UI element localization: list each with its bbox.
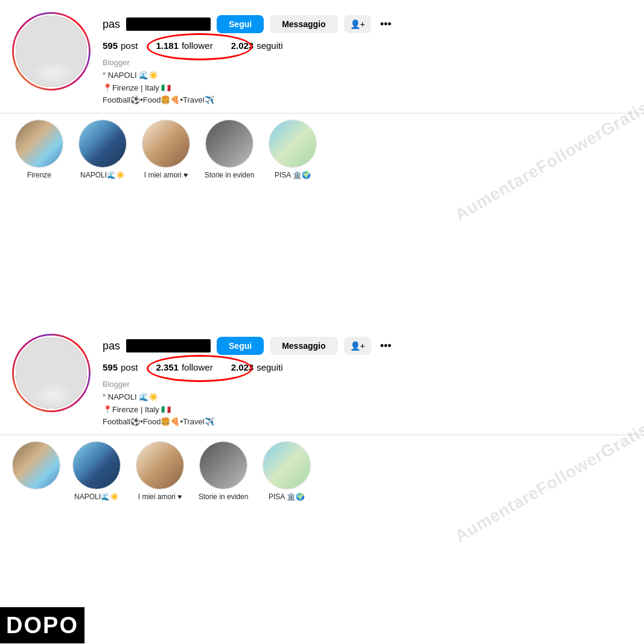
story-circle-amori-dopo (136, 441, 184, 489)
bio-line2-dopo: 📍Firenze | Italy 🇮🇹 (103, 404, 632, 416)
story-circle-storie-dopo (199, 441, 247, 489)
story-thumb-pisa-prima (269, 120, 316, 167)
story-pisa-dopo[interactable]: PISA 🏛️🌍 (260, 441, 314, 501)
dopo-badge: DOPO (0, 607, 84, 643)
story-circle-napoli-prima (78, 120, 127, 168)
stats-row-dopo: 595 post 2.351 follower 2.023 seguiti (103, 362, 632, 372)
avatar-inner-prima (14, 14, 89, 89)
stat-seguiti-dopo: 2.023 seguiti (231, 362, 283, 372)
avatar-photo-prima (16, 16, 87, 87)
avatar-photo-dopo (16, 337, 87, 409)
story-label-amori-dopo: I miei amori ♥ (138, 493, 182, 501)
story-circle-pisa-dopo (263, 441, 311, 489)
story-circle-napoli-dopo (72, 441, 121, 489)
panel-dopo: AumentareFollowerGratis pas Segui Messag… (0, 322, 644, 643)
stat-posts-dopo: 595 post (103, 362, 138, 372)
story-thumb-storie-dopo (200, 442, 247, 489)
stat-followers-dopo: 2.351 follower (156, 362, 212, 372)
story-thumb-amori-prima (142, 120, 190, 167)
story-label-pisa-prima: PISA 🏛️🌍 (275, 171, 311, 179)
bio-line3-prima: Football⚽•Food🍔🍕•Travel✈️ (103, 94, 632, 107)
story-napoli-dopo[interactable]: NAPOLI🌊☀️ (69, 441, 124, 501)
bio-role-dopo: Blogger (103, 378, 632, 391)
more-button-dopo[interactable]: ••• (377, 340, 395, 352)
messaggio-button-prima[interactable]: Messaggio (270, 15, 337, 33)
story-firenze[interactable]: Firenze (12, 120, 66, 179)
story-storie-prima[interactable]: Storie in eviden (202, 120, 257, 179)
story-napoli-prima[interactable]: NAPOLI🌊☀️ (75, 120, 130, 179)
followers-label-dopo: follower (182, 362, 213, 372)
story-thumb-firenze-dopo (13, 442, 60, 489)
story-storie-dopo[interactable]: Storie in eviden (196, 441, 250, 501)
story-circle-storie-prima (205, 120, 253, 168)
story-circle-firenze-dopo (12, 441, 60, 489)
bio-role-prima: Blogger (103, 57, 632, 69)
profile-header-dopo: pas Segui Messaggio 👤+ ••• 595 post 2.35… (0, 322, 644, 435)
stats-row-prima: 595 post 1.181 follower 2.023 seguiti (103, 40, 632, 51)
story-label-napoli-prima: NAPOLI🌊☀️ (80, 171, 125, 179)
dopo-text: DOPO (6, 613, 78, 639)
bio-dopo: Blogger ° NAPOLI 🌊☀️ 📍Firenze | Italy 🇮🇹… (103, 378, 632, 429)
more-button-prima[interactable]: ••• (377, 18, 395, 31)
story-label-storie-prima: Storie in eviden (205, 171, 255, 179)
story-pisa-prima[interactable]: PISA 🏛️🌍 (266, 120, 320, 179)
story-label-pisa-dopo: PISA 🏛️🌍 (269, 493, 305, 501)
story-thumb-firenze (16, 120, 63, 167)
add-button-dopo[interactable]: 👤+ (344, 337, 371, 355)
profile-info-dopo: pas Segui Messaggio 👤+ ••• 595 post 2.35… (103, 334, 632, 429)
stories-row-prima: Firenze NAPOLI🌊☀️ I miei amori ♥ Storie … (0, 113, 644, 185)
segui-button-dopo[interactable]: Segui (217, 337, 264, 355)
seguiti-count-prima: 2.023 (231, 40, 254, 51)
profile-header-prima: pas Segui Messaggio 👤+ ••• 595 post 1.18… (0, 0, 644, 113)
story-thumb-storie-prima (206, 120, 253, 167)
avatar-inner-dopo (14, 336, 89, 410)
bio-line1-dopo: ° NAPOLI 🌊☀️ (103, 391, 632, 404)
bio-prima: Blogger ° NAPOLI 🌊☀️ 📍Firenze | Italy 🇮🇹… (103, 57, 632, 107)
username-redacted-prima (126, 18, 211, 31)
profile-info-prima: pas Segui Messaggio 👤+ ••• 595 post 1.18… (103, 12, 632, 107)
seguiti-label-dopo: seguiti (257, 362, 282, 372)
story-thumb-napoli-dopo (73, 442, 120, 489)
story-thumb-amori-dopo (136, 442, 183, 489)
avatar-wrapper-prima[interactable] (12, 12, 91, 91)
story-label-storie-dopo: Storie in eviden (199, 493, 249, 501)
username-row-prima: pas Segui Messaggio 👤+ ••• (103, 15, 632, 33)
story-thumb-napoli-prima (79, 120, 126, 167)
posts-label-prima: post (121, 40, 138, 51)
story-amori-dopo[interactable]: I miei amori ♥ (133, 441, 187, 501)
bio-line3-dopo: Football⚽•Food🍔🍕•Travel✈️ (103, 416, 632, 429)
story-label-firenze: Firenze (27, 171, 51, 179)
add-icon-dopo: 👤+ (350, 341, 365, 351)
story-circle-amori-prima (142, 120, 190, 168)
followers-label-prima: follower (182, 40, 213, 51)
bio-line2-prima: 📍Firenze | Italy 🇮🇹 (103, 82, 632, 95)
posts-count-dopo: 595 (103, 362, 118, 372)
story-circle-firenze (15, 120, 63, 168)
add-icon-prima: 👤+ (350, 19, 365, 29)
followers-count-dopo: 2.351 (156, 362, 179, 372)
stat-posts-prima: 595 post (103, 40, 138, 51)
posts-count-prima: 595 (103, 40, 118, 51)
bio-line1-prima: ° NAPOLI 🌊☀️ (103, 69, 632, 82)
username-redacted-dopo (126, 339, 211, 352)
username-row-dopo: pas Segui Messaggio 👤+ ••• (103, 337, 632, 355)
panel-prima: AumentareFollowerGratis pas Segui Messag… (0, 0, 644, 322)
seguiti-count-dopo: 2.023 (231, 362, 254, 372)
story-amori-prima[interactable]: I miei amori ♥ (139, 120, 193, 179)
segui-button-prima[interactable]: Segui (217, 15, 264, 33)
stories-row-dopo: NAPOLI🌊☀️ I miei amori ♥ Storie in evide… (0, 435, 644, 507)
avatar-wrapper-dopo[interactable] (12, 334, 91, 412)
username-prima: pas (103, 18, 120, 31)
seguiti-label-prima: seguiti (257, 40, 282, 51)
story-label-napoli-dopo: NAPOLI🌊☀️ (74, 493, 119, 501)
story-thumb-pisa-dopo (263, 442, 310, 489)
messaggio-button-dopo[interactable]: Messaggio (270, 337, 337, 355)
stat-seguiti-prima: 2.023 seguiti (231, 40, 283, 51)
username-dopo: pas (103, 340, 120, 352)
story-circle-pisa-prima (269, 120, 317, 168)
story-firenze-dopo[interactable] (12, 441, 60, 501)
posts-label-dopo: post (121, 362, 138, 372)
followers-count-prima: 1.181 (156, 40, 179, 51)
add-button-prima[interactable]: 👤+ (344, 15, 371, 33)
stat-followers-prima: 1.181 follower (156, 40, 212, 51)
